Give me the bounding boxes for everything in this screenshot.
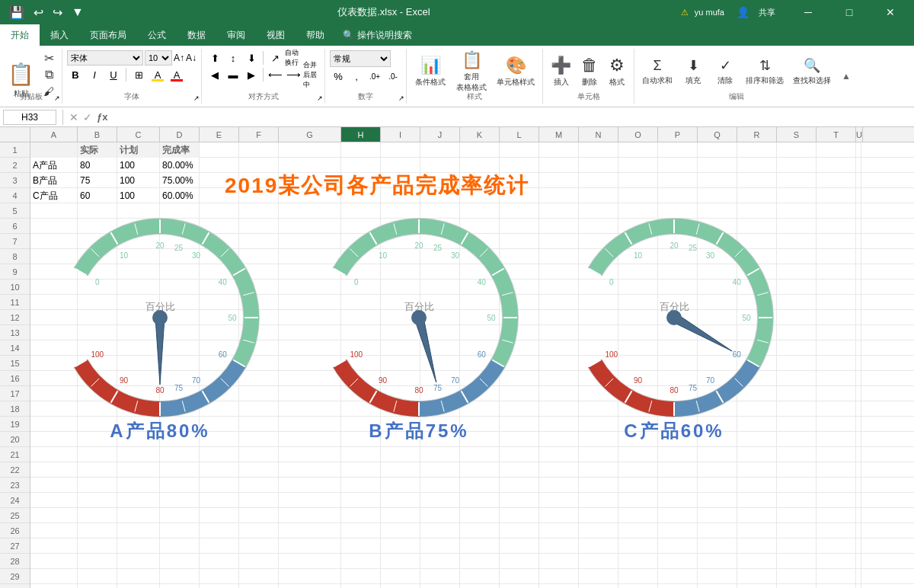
cell-D29[interactable]	[160, 569, 200, 584]
wrap-text-button[interactable]: 自动换行	[285, 50, 302, 66]
cell-N4[interactable]	[579, 188, 618, 203]
cell-N16[interactable]	[579, 371, 618, 386]
cell-J2[interactable]	[420, 158, 460, 173]
cell-R8[interactable]	[737, 249, 777, 264]
cell-F4[interactable]	[239, 188, 279, 203]
cell-G16[interactable]	[279, 371, 341, 386]
cell-L15[interactable]	[500, 356, 539, 371]
cell-D6[interactable]	[160, 219, 200, 234]
cell-A3[interactable]: B产品	[30, 173, 78, 188]
cell-R21[interactable]	[737, 447, 777, 462]
cancel-formula-icon[interactable]: ✕	[69, 111, 78, 123]
cell-R27[interactable]	[737, 538, 777, 554]
bold-button[interactable]: B	[67, 67, 84, 82]
cell-J1[interactable]	[420, 142, 460, 158]
cell-M2[interactable]	[539, 158, 579, 173]
cell-Q8[interactable]	[698, 249, 737, 264]
cell-U24[interactable]	[856, 493, 861, 508]
cell-O22[interactable]	[618, 462, 658, 478]
cell-L23[interactable]	[500, 478, 539, 493]
cell-G3[interactable]	[279, 173, 341, 188]
cell-E24[interactable]	[200, 493, 239, 508]
cell-U30[interactable]	[856, 584, 861, 588]
row-header-4[interactable]: 4	[0, 188, 30, 203]
cell-G6[interactable]	[279, 219, 341, 234]
cell-G23[interactable]	[279, 478, 341, 493]
cell-I24[interactable]	[381, 493, 420, 508]
cell-M4[interactable]	[539, 188, 579, 203]
cell-D16[interactable]	[160, 371, 200, 386]
cell-C10[interactable]	[117, 280, 160, 295]
cell-J4[interactable]	[420, 188, 460, 203]
cell-M20[interactable]	[539, 432, 579, 447]
insert-cells-button[interactable]: ➕ 插入	[548, 51, 574, 93]
cell-C21[interactable]	[117, 447, 160, 462]
cell-Q1[interactable]	[698, 142, 737, 158]
cell-L16[interactable]	[500, 371, 539, 386]
cell-E9[interactable]	[200, 264, 239, 280]
cell-K16[interactable]	[460, 371, 500, 386]
cell-G15[interactable]	[279, 356, 341, 371]
cell-H17[interactable]	[341, 386, 381, 401]
cell-F23[interactable]	[239, 478, 279, 493]
cell-M8[interactable]	[539, 249, 579, 264]
cell-E12[interactable]	[200, 310, 239, 325]
cell-A30[interactable]	[30, 584, 78, 588]
cell-N13[interactable]	[579, 325, 618, 340]
cell-K23[interactable]	[460, 478, 500, 493]
cell-L26[interactable]	[500, 523, 539, 538]
cell-E23[interactable]	[200, 478, 239, 493]
cell-D12[interactable]	[160, 310, 200, 325]
cell-P26[interactable]	[658, 523, 698, 538]
cell-J17[interactable]	[420, 386, 460, 401]
col-header-H[interactable]: H	[341, 127, 381, 142]
cell-B7[interactable]	[78, 234, 117, 249]
cell-O27[interactable]	[618, 538, 658, 554]
cell-M29[interactable]	[539, 569, 579, 584]
cell-I23[interactable]	[381, 478, 420, 493]
cell-S25[interactable]	[777, 508, 817, 523]
tab-formulas[interactable]: 公式	[137, 24, 177, 46]
cell-M17[interactable]	[539, 386, 579, 401]
cell-O2[interactable]	[618, 158, 658, 173]
cell-E20[interactable]	[200, 432, 239, 447]
col-header-I[interactable]: I	[381, 127, 420, 142]
cell-J11[interactable]	[420, 295, 460, 310]
sort-filter-button[interactable]: ⇅ 排序和筛选	[743, 51, 787, 93]
cell-S9[interactable]	[777, 264, 817, 280]
cell-C23[interactable]	[117, 478, 160, 493]
cell-N8[interactable]	[579, 249, 618, 264]
cell-D5[interactable]	[160, 203, 200, 219]
cell-P13[interactable]	[658, 325, 698, 340]
cell-Q13[interactable]	[698, 325, 737, 340]
cell-N30[interactable]	[579, 584, 618, 588]
save-icon[interactable]: 💾	[6, 4, 27, 21]
cell-L6[interactable]	[500, 219, 539, 234]
cell-O14[interactable]	[618, 340, 658, 356]
cell-D14[interactable]	[160, 340, 200, 356]
cell-H10[interactable]	[341, 280, 381, 295]
cell-U15[interactable]	[856, 356, 861, 371]
cell-H9[interactable]	[341, 264, 381, 280]
cell-Q22[interactable]	[698, 462, 737, 478]
cell-L29[interactable]	[500, 569, 539, 584]
cell-S24[interactable]	[777, 493, 817, 508]
cell-K7[interactable]	[460, 234, 500, 249]
cell-O9[interactable]	[618, 264, 658, 280]
cell-T13[interactable]	[817, 325, 856, 340]
cell-T19[interactable]	[817, 417, 856, 432]
cell-L20[interactable]	[500, 432, 539, 447]
cell-O4[interactable]	[618, 188, 658, 203]
cell-L11[interactable]	[500, 295, 539, 310]
cell-R4[interactable]	[737, 188, 777, 203]
cell-G24[interactable]	[279, 493, 341, 508]
cell-F29[interactable]	[239, 569, 279, 584]
cell-B26[interactable]	[78, 523, 117, 538]
cell-K14[interactable]	[460, 340, 500, 356]
insert-function-icon[interactable]: ƒx	[97, 111, 107, 123]
cell-A11[interactable]	[30, 295, 78, 310]
cell-C2[interactable]: 100	[117, 158, 160, 173]
cell-S18[interactable]	[777, 401, 817, 417]
cell-B3[interactable]: 75	[78, 173, 117, 188]
center-align-button[interactable]: ▬	[225, 67, 241, 82]
